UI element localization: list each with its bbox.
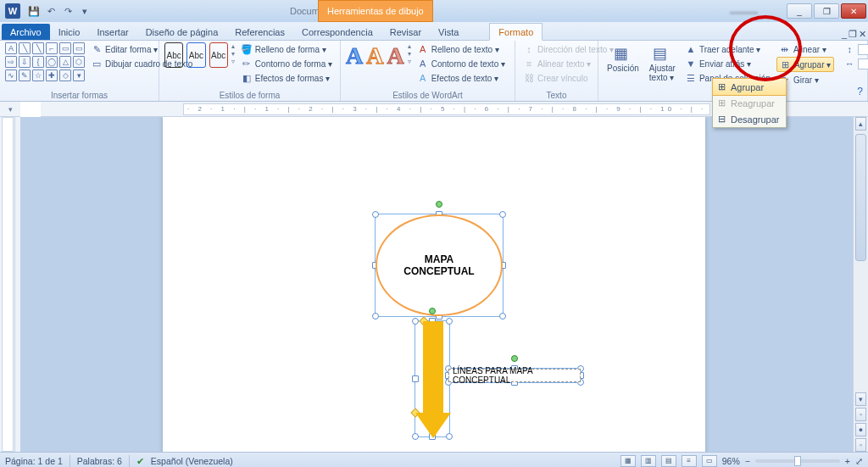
shape-hex-icon[interactable]: ⬡ bbox=[73, 56, 85, 68]
zoom-in-button[interactable]: + bbox=[845, 456, 850, 466]
status-page[interactable]: Página: 1 de 1 bbox=[5, 456, 63, 466]
wa-scroll-down[interactable]: ▾ bbox=[408, 50, 411, 58]
group-button[interactable]: ⊞Agrupar ▾ bbox=[776, 57, 834, 72]
handle-tr[interactable] bbox=[499, 211, 506, 218]
shape-gallery[interactable]: A ╲ ╲ ⌐ ▭ ▭ ⇨ ⇩ { ◯ △ ⬡ ∿ ✎ ☆ ✚ ◇ ▾ bbox=[5, 42, 85, 81]
shape-style-preset-1[interactable]: Abc bbox=[164, 42, 183, 68]
group-menu-item-group[interactable]: ⊞Agrupar bbox=[712, 78, 787, 96]
zoom-slider-thumb[interactable] bbox=[794, 456, 801, 466]
doc-close-button[interactable]: ✕ bbox=[859, 29, 866, 40]
tab-insert[interactable]: Insertar bbox=[88, 24, 136, 40]
shape-outline-button[interactable]: ✏Contorno de forma ▾ bbox=[238, 57, 335, 70]
view-full-screen[interactable]: ▥ bbox=[641, 455, 656, 467]
wordart-preset-1[interactable]: A bbox=[346, 42, 363, 69]
shape-style-preset-2[interactable]: Abc bbox=[186, 42, 205, 68]
wa-scroll-up[interactable]: ▴ bbox=[408, 42, 411, 50]
tab-references[interactable]: Referencias bbox=[226, 24, 293, 40]
height-field[interactable]: ↕ bbox=[841, 42, 868, 56]
arrow-selection[interactable] bbox=[415, 320, 450, 437]
styles-scroll-up[interactable]: ▴ bbox=[231, 42, 235, 50]
styles-scroll-down[interactable]: ▾ bbox=[231, 50, 235, 58]
text-outline-button[interactable]: AContorno de texto ▾ bbox=[415, 57, 508, 70]
tab-review[interactable]: Revisar bbox=[381, 24, 430, 40]
tab-view[interactable]: Vista bbox=[430, 24, 467, 40]
maximize-button[interactable]: ❐ bbox=[814, 3, 839, 19]
width-input[interactable] bbox=[858, 58, 868, 69]
document-canvas[interactable]: MAPA CONCEPTUAL bbox=[20, 117, 853, 452]
proofing-icon[interactable]: ✔ bbox=[136, 456, 144, 466]
tab-page-layout[interactable]: Diseño de página bbox=[137, 24, 227, 40]
ellipse-shape[interactable]: MAPA CONCEPTUAL bbox=[376, 214, 503, 316]
qat-customize-icon[interactable]: ▾ bbox=[78, 4, 92, 18]
tab-file[interactable]: Archivo bbox=[2, 24, 50, 40]
vertical-scrollbar[interactable]: ▴ ▾ ◦ ● ◦ bbox=[853, 117, 868, 452]
qat-save-icon[interactable]: 💾 bbox=[27, 4, 41, 18]
shape-line-icon[interactable]: ╲ bbox=[19, 42, 31, 54]
shape-plus-icon[interactable]: ✚ bbox=[46, 69, 58, 81]
wordart-preset-2[interactable]: A bbox=[366, 42, 383, 69]
shape-line2-icon[interactable]: ╲ bbox=[32, 42, 44, 54]
shape-style-preset-3[interactable]: Abc bbox=[209, 42, 228, 68]
ribbon-minimize-button[interactable]: _ bbox=[842, 29, 847, 40]
shape-ellipse-icon[interactable]: ◯ bbox=[46, 56, 58, 68]
zoom-fit-button[interactable]: ⤢ bbox=[855, 456, 863, 466]
handle-br[interactable] bbox=[499, 313, 506, 320]
shape-effects-button[interactable]: ◧Efectos de formas ▾ bbox=[238, 71, 335, 85]
rotation-handle[interactable] bbox=[436, 201, 442, 208]
wrap-text-button[interactable]: ▤Ajustar texto ▾ bbox=[646, 42, 679, 84]
scroll-up-button[interactable]: ▴ bbox=[855, 117, 866, 131]
view-print-layout[interactable]: ▦ bbox=[620, 455, 636, 467]
shape-tri-icon[interactable]: △ bbox=[59, 56, 71, 68]
textbox-selection[interactable]: LÍNEAS PARA MAPA CONCEPTUAL bbox=[448, 368, 581, 383]
text-fill-button[interactable]: ARelleno de texto ▾ bbox=[415, 42, 508, 56]
shape-callout-icon[interactable]: ◇ bbox=[59, 69, 71, 81]
text-effects-button[interactable]: AEfectos de texto ▾ bbox=[415, 71, 508, 85]
ellipse-selection[interactable]: MAPA CONCEPTUAL bbox=[375, 214, 504, 317]
scroll-down-button[interactable]: ▾ bbox=[855, 392, 866, 406]
handle-bl[interactable] bbox=[372, 313, 379, 320]
styles-more[interactable]: ▿ bbox=[231, 58, 235, 65]
handle-tl[interactable] bbox=[372, 211, 379, 218]
view-outline[interactable]: ≡ bbox=[682, 455, 697, 467]
view-draft[interactable]: ▭ bbox=[702, 455, 717, 467]
send-backward-button[interactable]: ▼Enviar atrás ▾ bbox=[682, 57, 773, 70]
shape-free-icon[interactable]: ✎ bbox=[19, 69, 31, 81]
shape-brace-icon[interactable]: { bbox=[32, 56, 44, 68]
zoom-level[interactable]: 96% bbox=[722, 456, 740, 466]
shape-connector-icon[interactable]: ⌐ bbox=[46, 42, 58, 54]
status-language[interactable]: Español (Venezuela) bbox=[151, 456, 233, 466]
qat-redo-icon[interactable]: ↷ bbox=[61, 4, 75, 18]
shape-arrowd-icon[interactable]: ⇩ bbox=[19, 56, 31, 68]
arrow-rotation-handle[interactable] bbox=[429, 308, 436, 314]
vertical-ruler[interactable] bbox=[0, 117, 15, 452]
shape-fill-button[interactable]: 🪣Relleno de forma ▾ bbox=[238, 42, 335, 56]
textbox-rotation-handle[interactable] bbox=[511, 355, 518, 362]
tab-mailings[interactable]: Correspondencia bbox=[293, 24, 381, 40]
qat-undo-icon[interactable]: ↶ bbox=[44, 4, 58, 18]
tab-format[interactable]: Formato bbox=[489, 23, 542, 41]
height-input[interactable] bbox=[858, 44, 868, 55]
zoom-slider[interactable] bbox=[755, 459, 840, 463]
browse-prev-button[interactable]: ◦ bbox=[855, 408, 866, 421]
wordart-preset-3[interactable]: A bbox=[387, 42, 403, 69]
shape-arrowr-icon[interactable]: ⇨ bbox=[5, 56, 17, 68]
status-words[interactable]: Palabras: 6 bbox=[77, 456, 122, 466]
help-button[interactable]: ? bbox=[857, 86, 863, 97]
browse-object-button[interactable]: ● bbox=[855, 423, 866, 436]
zoom-out-button[interactable]: − bbox=[745, 456, 750, 466]
shape-curve-icon[interactable]: ∿ bbox=[5, 69, 17, 81]
browse-next-button[interactable]: ◦ bbox=[855, 438, 866, 452]
shape-rect-icon[interactable]: ▭ bbox=[59, 42, 71, 54]
align-button[interactable]: ⇹Alinear ▾ bbox=[776, 42, 834, 56]
width-field[interactable]: ↔ bbox=[841, 57, 868, 70]
group-menu-item-ungroup[interactable]: ⊟Desagrupar bbox=[713, 111, 786, 127]
down-arrow-shape[interactable] bbox=[415, 321, 449, 436]
bring-forward-button[interactable]: ▲Traer adelante ▾ bbox=[682, 42, 773, 56]
view-web-layout[interactable]: ▤ bbox=[661, 455, 676, 467]
shape-textbox-icon[interactable]: A bbox=[5, 42, 17, 54]
shape-star-icon[interactable]: ☆ bbox=[32, 69, 44, 81]
shape-more-icon[interactable]: ▾ bbox=[73, 69, 85, 81]
scroll-thumb[interactable] bbox=[855, 134, 866, 261]
minimize-button[interactable]: _ bbox=[787, 3, 812, 19]
doc-restore-button[interactable]: ❐ bbox=[849, 29, 857, 40]
